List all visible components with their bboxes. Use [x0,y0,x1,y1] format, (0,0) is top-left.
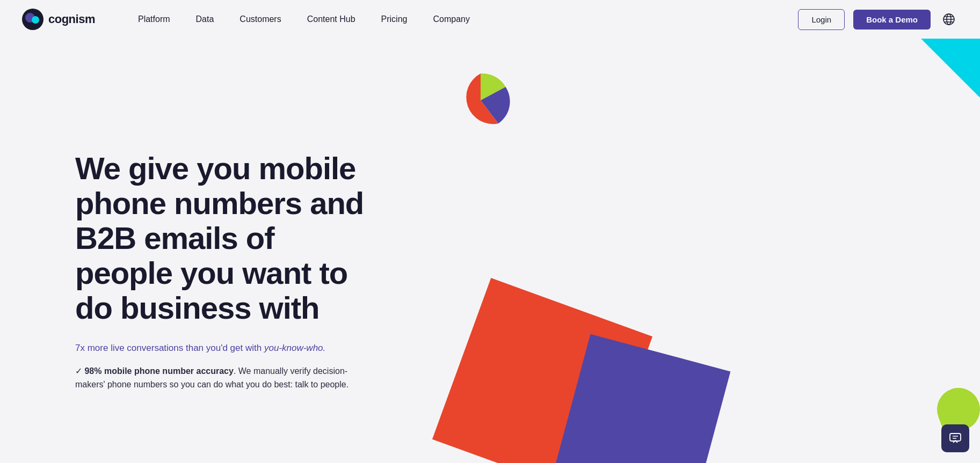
nav-item-data[interactable]: Data [196,14,214,24]
svg-point-2 [32,16,39,24]
chat-widget-button[interactable] [941,424,969,452]
nav-actions: Login Book a Demo [798,9,959,30]
cognism-logo-icon [21,8,44,31]
nav-item-customers[interactable]: Customers [239,14,281,24]
nav-item-pricing[interactable]: Pricing [381,14,408,24]
hero-text-block: We give you mobile phone numbers and B2B… [75,151,376,392]
globe-icon [942,13,955,26]
logo-text: cognism [48,12,95,26]
nav-item-company[interactable]: Company [433,14,469,24]
pie-chart-svg [451,71,510,130]
navbar: cognism Platform Data Customers Content … [0,0,980,39]
hero-headline: We give you mobile phone numbers and B2B… [75,151,376,326]
hero-subtext-plain: 7x more live conversations than you'd ge… [75,343,264,353]
logo[interactable]: cognism [21,8,95,31]
hero-description: ✓ 98% mobile phone number accuracy. We m… [75,364,376,392]
login-button[interactable]: Login [798,9,845,30]
book-demo-button[interactable]: Book a Demo [853,10,931,30]
hero-subtext-italic: you-know-who. [264,343,325,353]
nav-links: Platform Data Customers Content Hub Pric… [138,14,798,24]
nav-item-platform[interactable]: Platform [138,14,170,24]
cyan-triangle-decoration [921,39,980,98]
pie-chart [451,71,510,130]
chat-icon [949,432,962,445]
language-selector-button[interactable] [939,10,959,29]
hero-description-bold: 98% mobile phone number accuracy [84,366,233,376]
hero-section: We give you mobile phone numbers and B2B… [0,39,980,463]
hero-subtext: 7x more live conversations than you'd ge… [75,343,376,354]
nav-item-content-hub[interactable]: Content Hub [307,14,355,24]
